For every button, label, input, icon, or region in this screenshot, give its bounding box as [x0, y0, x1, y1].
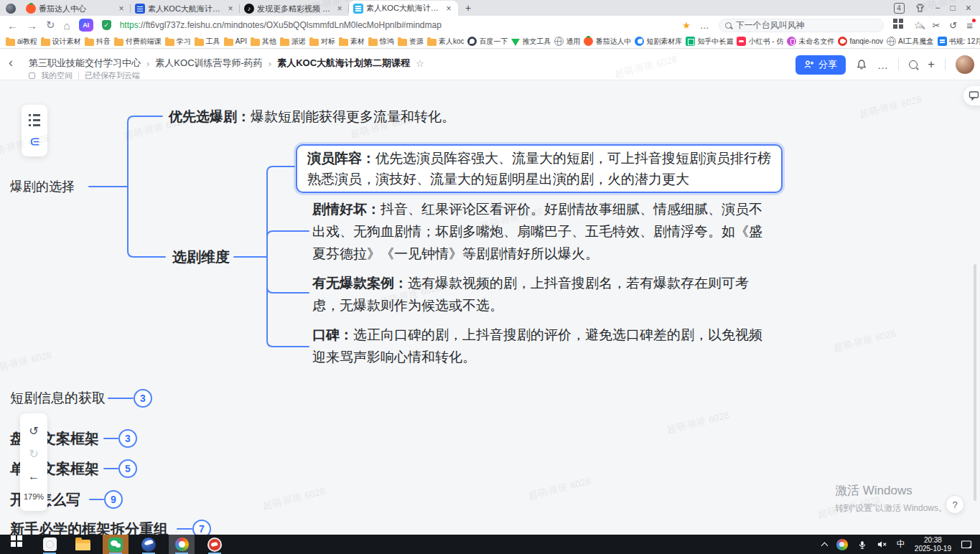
taskbar-file-explorer[interactable] — [66, 535, 99, 554]
address-bar[interactable]: https://ft6vgl737z.feishu.cn/mindnotes/O… — [120, 20, 442, 30]
bookmark-folder[interactable]: 素人koc — [427, 37, 465, 47]
comment-panel-toggle[interactable] — [963, 86, 980, 105]
more-actions-icon[interactable]: … — [877, 59, 888, 71]
bookmark-tweet-tool[interactable]: 推文工具 — [511, 37, 551, 47]
bookmark-folder[interactable]: 学习 — [165, 37, 191, 47]
feishu-back-icon[interactable]: ‹ — [9, 55, 13, 70]
doc-search-icon[interactable] — [909, 60, 918, 69]
bookmark-folder[interactable]: 素材 — [339, 37, 365, 47]
undo-icon[interactable]: ↺ — [29, 424, 38, 438]
bookmark-folder[interactable]: 其他 — [251, 37, 276, 47]
extensions-more-icon[interactable]: … — [700, 20, 709, 31]
mindmap-node-framework-a[interactable]: 文案框架 — [42, 429, 99, 449]
bookmark-folder[interactable]: 对标 — [309, 37, 335, 47]
bookmark-manager-icon[interactable]: ☆✎ — [914, 19, 923, 31]
notification-center-icon[interactable] — [961, 540, 973, 550]
mindmap-node-cast-selected[interactable]: 演员阵容：优先选演员阵容强大、流量大的短剧，可上抖音搜短剧演员排行榜熟悉演员，演… — [296, 144, 783, 193]
microphone-icon[interactable] — [857, 540, 867, 550]
breadcrumb-item[interactable]: 素人KOC训练营导师-药药 — [155, 57, 263, 70]
volume-muted-icon[interactable] — [877, 540, 887, 549]
tray-browser-icon[interactable] — [836, 539, 848, 550]
back-icon[interactable]: ← — [7, 19, 18, 32]
ime-indicator[interactable]: 中 — [897, 538, 905, 550]
forward-icon[interactable]: → — [27, 19, 37, 32]
bookmark-folder[interactable]: 惊鸿 — [368, 37, 394, 47]
collapsed-count-badge[interactable]: 3 — [118, 429, 137, 448]
breadcrumb-item[interactable]: 第三职业技能交付学习中心 — [29, 57, 141, 70]
help-button[interactable]: ? — [946, 495, 964, 514]
collapsed-count-badge[interactable]: 5 — [118, 459, 137, 478]
bookmark-unnamed-file[interactable]: 未命名文件 — [787, 37, 834, 47]
theme-skin-icon[interactable] — [915, 3, 925, 13]
bookmark-zhihu[interactable]: 知乎中长篇 — [686, 37, 733, 47]
mindmap-node-hit-cases[interactable]: 有无爆款案例：选有爆款视频的剧，上抖音搜剧名，若有爆款存在则可考虑，无爆款则作为… — [312, 272, 772, 316]
bookmark-fanqie-novel[interactable]: fanqie-nov — [838, 37, 883, 46]
favorite-star-icon[interactable]: ☆ — [416, 58, 424, 69]
redo-icon[interactable]: ↻ — [29, 447, 38, 461]
vertical-scrollbar[interactable] — [974, 264, 976, 501]
notification-bell-icon[interactable] — [856, 59, 867, 70]
bookmark-fanqie[interactable]: 番茄达人中 — [584, 37, 631, 47]
back-to-center-icon[interactable]: ← — [28, 470, 39, 483]
create-new-icon[interactable]: + — [928, 57, 935, 72]
mindmap-node-dimensions[interactable]: 选剧维度 — [172, 248, 230, 267]
mindmap-node-info-sources[interactable]: 短剧信息的获取 — [10, 389, 106, 408]
mindmap-node-plot-quality[interactable]: 剧情好坏：抖音、红果评论区看评价。好剧情故事细腻、情感细腻、演员不出戏、无狗血剧… — [312, 198, 772, 265]
apps-grid-icon[interactable] — [893, 19, 897, 23]
ai-assistant-button[interactable]: AI — [79, 19, 93, 32]
taskbar-red-app[interactable] — [198, 535, 231, 554]
bookmark-folder[interactable]: 抖音 — [85, 37, 111, 47]
reload-icon[interactable]: ↻ — [46, 19, 55, 32]
collapsed-count-badge[interactable]: 3 — [134, 389, 152, 408]
new-tab-button[interactable]: + — [465, 2, 471, 14]
bookmark-folder[interactable]: 派诺 — [280, 37, 306, 47]
security-shield-icon[interactable]: ✓ — [102, 20, 111, 30]
space-name[interactable]: 我的空间 — [41, 70, 73, 81]
bookmark-ai-toolbox[interactable]: AI工具魔盒 — [887, 37, 933, 47]
tab-close-icon[interactable]: × — [116, 4, 126, 14]
bookmark-folder[interactable]: 工具 — [195, 37, 220, 47]
share-button[interactable]: 分享 — [795, 55, 846, 75]
browser-menu-icon[interactable]: ≡ — [966, 19, 973, 32]
tab-douyin-search[interactable]: ♪ 发现更多精彩视频 - 抖音搜索 × — [240, 1, 349, 16]
home-icon[interactable]: ⌂ — [64, 19, 70, 32]
bookmark-folder[interactable]: 付费前端课 — [114, 37, 162, 47]
bookmark-folder[interactable]: 资源 — [398, 37, 424, 47]
tab-close-icon[interactable]: × — [444, 4, 454, 14]
tab-koc-doc[interactable]: 素人KOC大航海计划第二期课 × — [131, 1, 240, 16]
tab-fanqie-center[interactable]: 番茄达人中心 × — [22, 1, 131, 16]
collapsed-count-badge[interactable]: 9 — [104, 490, 123, 509]
bookmark-folder[interactable]: ai教程 — [6, 37, 37, 47]
close-window-button[interactable]: × — [966, 2, 971, 14]
bookmark-xiaohongshu[interactable]: 小红书 - 仿 — [737, 37, 783, 47]
bookmark-book-plan[interactable]: 书规: 12月 — [938, 37, 980, 47]
mindmap-node-reputation[interactable]: 口碑：选正向口碑的剧，上抖音搜剧的评价，避免选口碑差的剧，以免视频迎来骂声影响心… — [312, 324, 772, 368]
bookmark-baidu[interactable]: 百度一下 — [467, 37, 508, 47]
bookmark-folder[interactable]: 设计素材 — [41, 37, 81, 47]
maximize-button[interactable]: □ — [951, 3, 956, 13]
mindmap-canvas[interactable]: 爆剧的选择 优先选爆剧：爆款短剧能获得更多流量和转化。 选剧维度 演员阵容：优先… — [0, 80, 980, 535]
taskbar-app-notes[interactable] — [33, 535, 66, 554]
taskbar-wechat[interactable] — [99, 535, 132, 554]
tab-count-badge[interactable]: 4 — [894, 3, 905, 14]
history-restore-icon[interactable]: ↺ — [949, 20, 957, 31]
zoom-level[interactable]: 179% — [24, 492, 44, 501]
start-button[interactable] — [0, 535, 33, 554]
taskbar-browser[interactable] — [165, 535, 198, 554]
mindmap-view-icon[interactable] — [29, 136, 41, 148]
quick-search-box[interactable]: 下一个台风叫风神 — [719, 19, 884, 32]
tab-koc-mindnote-active[interactable]: 素人KOC大航海计划第二期课 × — [349, 1, 458, 16]
outline-view-icon[interactable] — [29, 114, 40, 126]
taskbar-blue-app[interactable] — [132, 535, 165, 554]
bookmark-general[interactable]: 通用 — [554, 37, 580, 47]
mindmap-node-priority[interactable]: 优先选爆剧：爆款短剧能获得更多流量和转化。 — [169, 108, 455, 126]
tray-expand-icon[interactable] — [821, 542, 828, 549]
bookmark-folder[interactable]: API — [224, 37, 247, 46]
taskbar-clock[interactable]: 20:38 2025-10-19 — [915, 536, 951, 553]
bookmark-star-icon[interactable]: ★ — [682, 20, 691, 31]
mindmap-root-node[interactable]: 爆剧的选择 — [10, 178, 75, 195]
bookmark-drama-assets[interactable]: 短剧素材库 — [635, 37, 682, 47]
avatar[interactable] — [956, 55, 974, 74]
tab-close-icon[interactable]: × — [225, 4, 235, 14]
mindmap-node-framework-b[interactable]: 文案框架 — [42, 459, 99, 479]
